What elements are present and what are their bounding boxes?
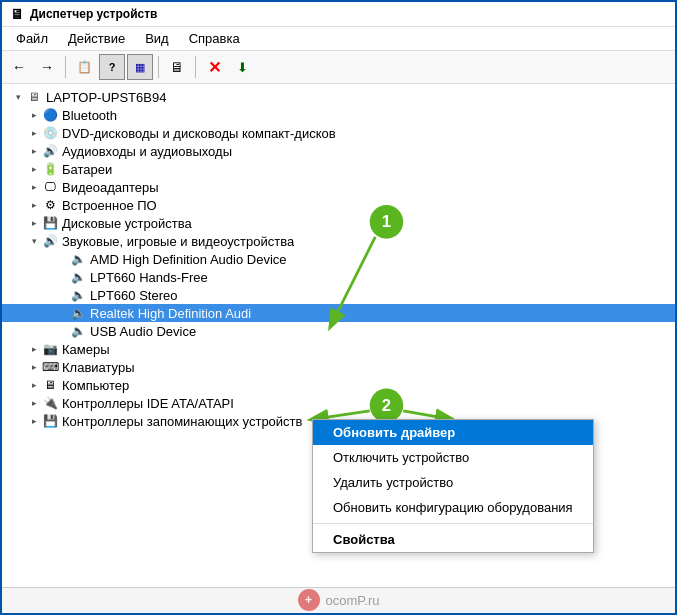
audio-io-expander[interactable] xyxy=(26,143,42,159)
watermark-logo: + xyxy=(298,589,320,611)
properties-button[interactable]: 📋 xyxy=(71,54,97,80)
realtek-item[interactable]: 🔈 Realtek High Definition Audi xyxy=(2,304,675,322)
sound-item[interactable]: 🔊 Звуковые, игровые и видеоустройства xyxy=(2,232,675,250)
firmware-expander[interactable] xyxy=(26,197,42,213)
lpt660s-icon: 🔈 xyxy=(70,287,86,303)
battery-item[interactable]: 🔋 Батареи xyxy=(2,160,675,178)
bluetooth-item[interactable]: 🔵 Bluetooth xyxy=(2,106,675,124)
disk-label: Дисковые устройства xyxy=(62,216,192,231)
ctx-scan-hardware[interactable]: Обновить конфигурацию оборудования xyxy=(313,495,593,520)
camera-expander[interactable] xyxy=(26,341,42,357)
scan-button[interactable]: ? xyxy=(99,54,125,80)
context-menu: Обновить драйвер Отключить устройство Уд… xyxy=(312,419,594,553)
toolbar-separator-2 xyxy=(158,56,159,78)
lpt660s-item[interactable]: 🔈 LPT660 Stereo xyxy=(2,286,675,304)
toolbar-separator-1 xyxy=(65,56,66,78)
lpt660hf-label: LPT660 Hands-Free xyxy=(90,270,208,285)
disk-icon: 💾 xyxy=(42,215,58,231)
title-icon: 🖥 xyxy=(10,6,24,22)
watermark-text: ocomP.ru xyxy=(326,593,380,608)
video-item[interactable]: 🖵 Видеоадаптеры xyxy=(2,178,675,196)
status-bar: + ocomP.ru xyxy=(2,587,675,613)
help-button[interactable]: ▦ xyxy=(127,54,153,80)
storage-icon: 💾 xyxy=(42,413,58,429)
bluetooth-expander[interactable] xyxy=(26,107,42,123)
amd-expander xyxy=(54,251,70,267)
monitor-button[interactable]: 🖥 xyxy=(164,54,190,80)
device-manager-window: 🖥 Диспетчер устройств Файл Действие Вид … xyxy=(0,0,677,615)
dvd-icon: 💿 xyxy=(42,125,58,141)
title-bar: 🖥 Диспетчер устройств xyxy=(2,2,675,27)
lpt660hf-item[interactable]: 🔈 LPT660 Hands-Free xyxy=(2,268,675,286)
ctx-update-driver[interactable]: Обновить драйвер xyxy=(313,420,593,445)
lpt660s-expander xyxy=(54,287,70,303)
storage-expander[interactable] xyxy=(26,413,42,429)
camera-label: Камеры xyxy=(62,342,110,357)
lpt660hf-icon: 🔈 xyxy=(70,269,86,285)
battery-label: Батареи xyxy=(62,162,112,177)
amd-audio-icon: 🔈 xyxy=(70,251,86,267)
pc-expander[interactable] xyxy=(26,377,42,393)
lpt660s-label: LPT660 Stereo xyxy=(90,288,177,303)
amd-audio-item[interactable]: 🔈 AMD High Definition Audio Device xyxy=(2,250,675,268)
ide-expander[interactable] xyxy=(26,395,42,411)
usb-audio-label: USB Audio Device xyxy=(90,324,196,339)
toolbar-separator-3 xyxy=(195,56,196,78)
camera-icon: 📷 xyxy=(42,341,58,357)
menu-view[interactable]: Вид xyxy=(137,29,177,48)
pc-label: Компьютер xyxy=(62,378,129,393)
audio-io-icon: 🔊 xyxy=(42,143,58,159)
realtek-label: Realtek High Definition Audi xyxy=(90,306,251,321)
pc-icon: 🖥 xyxy=(42,377,58,393)
pc-item[interactable]: 🖥 Компьютер xyxy=(2,376,675,394)
keyboard-item[interactable]: ⌨ Клавиатуры xyxy=(2,358,675,376)
video-label: Видеоадаптеры xyxy=(62,180,159,195)
ctx-properties[interactable]: Свойства xyxy=(313,527,593,552)
battery-expander[interactable] xyxy=(26,161,42,177)
amd-audio-label: AMD High Definition Audio Device xyxy=(90,252,287,267)
ide-icon: 🔌 xyxy=(42,395,58,411)
camera-item[interactable]: 📷 Камеры xyxy=(2,340,675,358)
dvd-item[interactable]: 💿 DVD-дисководы и дисководы компакт-диск… xyxy=(2,124,675,142)
realtek-expander xyxy=(54,305,70,321)
window-title: Диспетчер устройств xyxy=(30,7,157,21)
ide-label: Контроллеры IDE ATA/ATAPI xyxy=(62,396,234,411)
menu-action[interactable]: Действие xyxy=(60,29,133,48)
video-expander[interactable] xyxy=(26,179,42,195)
realtek-icon: 🔈 xyxy=(70,305,86,321)
root-label: LAPTOP-UPST6B94 xyxy=(46,90,166,105)
sound-icon: 🔊 xyxy=(42,233,58,249)
forward-button[interactable]: → xyxy=(34,54,60,80)
video-icon: 🖵 xyxy=(42,179,58,195)
uninstall-button[interactable]: ✕ xyxy=(201,54,227,80)
root-expander[interactable] xyxy=(10,89,26,105)
tree-root[interactable]: 🖥 LAPTOP-UPST6B94 xyxy=(2,88,675,106)
ctx-disable-device[interactable]: Отключить устройство xyxy=(313,445,593,470)
ctx-uninstall-device[interactable]: Удалить устройство xyxy=(313,470,593,495)
firmware-item[interactable]: ⚙ Встроенное ПО xyxy=(2,196,675,214)
ctx-divider xyxy=(313,523,593,524)
menu-file[interactable]: Файл xyxy=(8,29,56,48)
back-button[interactable]: ← xyxy=(6,54,32,80)
dvd-label: DVD-дисководы и дисководы компакт-дисков xyxy=(62,126,336,141)
dvd-expander[interactable] xyxy=(26,125,42,141)
bluetooth-label: Bluetooth xyxy=(62,108,117,123)
keyboard-expander[interactable] xyxy=(26,359,42,375)
storage-label: Контроллеры запоминающих устройств xyxy=(62,414,302,429)
toolbar: ← → 📋 ? ▦ 🖥 ✕ ⬇ xyxy=(2,51,675,84)
battery-icon: 🔋 xyxy=(42,161,58,177)
usb-audio-item[interactable]: 🔈 USB Audio Device xyxy=(2,322,675,340)
sound-expander[interactable] xyxy=(26,233,42,249)
audio-io-item[interactable]: 🔊 Аудиовходы и аудиовыходы xyxy=(2,142,675,160)
disk-item[interactable]: 💾 Дисковые устройства xyxy=(2,214,675,232)
update-button[interactable]: ⬇ xyxy=(229,54,255,80)
usb-audio-expander xyxy=(54,323,70,339)
content-area: 🖥 LAPTOP-UPST6B94 🔵 Bluetooth 💿 DVD-диск… xyxy=(2,84,675,587)
ide-item[interactable]: 🔌 Контроллеры IDE ATA/ATAPI xyxy=(2,394,675,412)
disk-expander[interactable] xyxy=(26,215,42,231)
menu-bar: Файл Действие Вид Справка xyxy=(2,27,675,51)
firmware-icon: ⚙ xyxy=(42,197,58,213)
audio-io-label: Аудиовходы и аудиовыходы xyxy=(62,144,232,159)
menu-help[interactable]: Справка xyxy=(181,29,248,48)
firmware-label: Встроенное ПО xyxy=(62,198,157,213)
